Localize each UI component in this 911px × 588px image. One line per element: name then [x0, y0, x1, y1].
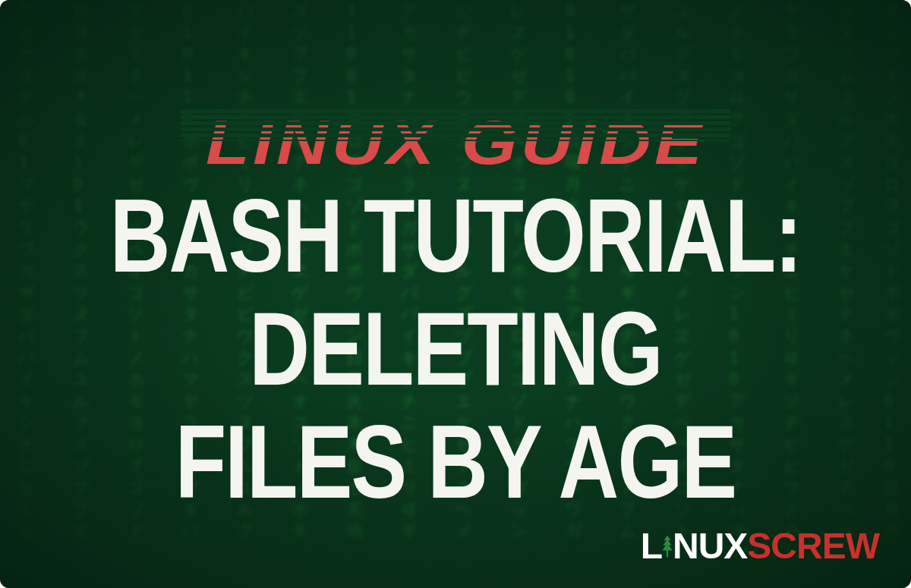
title-line-3: FILES BY AGE — [36, 405, 875, 518]
eyebrow-heading: LINUX GUIDE — [238, 107, 673, 178]
content-block: LINUX GUIDE BASH TUTORIAL: DELETING FILE… — [0, 92, 911, 496]
logo-part-linux: LNUX — [641, 525, 748, 567]
site-logo: LNUX SCREW — [641, 525, 879, 567]
title-line-2: DELETING — [36, 292, 875, 405]
main-title: BASH TUTORIAL: DELETING FILES BY AGE — [36, 179, 875, 518]
logo-part-screw: SCREW — [747, 525, 879, 567]
hero-banner: ア カ サ タ ナ ハ 0 1 マ ヤ ラ ワ ガ ザ ダ バ パ イ キ シ … — [0, 0, 911, 588]
title-line-1: BASH TUTORIAL: — [36, 179, 875, 292]
